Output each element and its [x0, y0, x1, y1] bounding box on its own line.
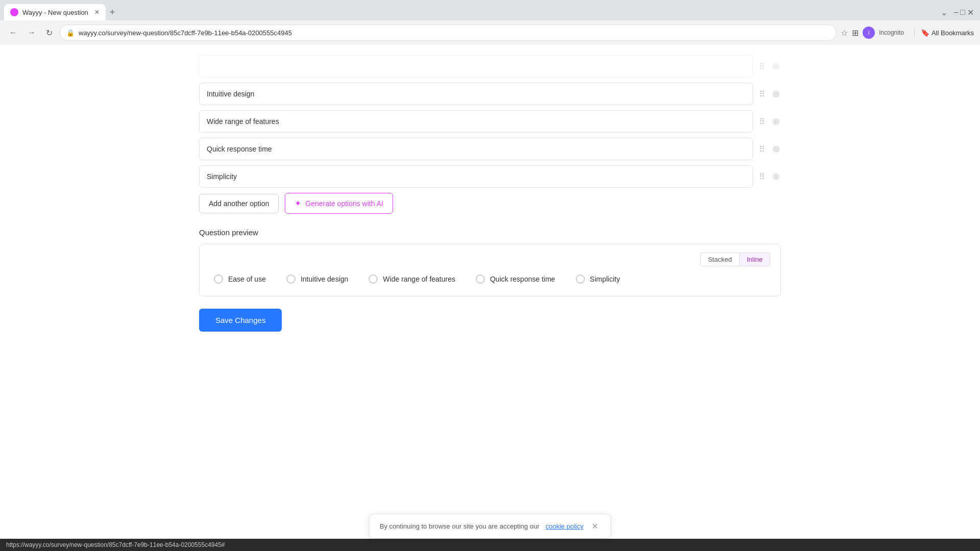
preview-label-simplicity: Simplicity: [590, 275, 620, 283]
preview-option-ease-of-use: Ease of use: [214, 274, 266, 284]
drag-handle-3[interactable]: ⠿: [757, 170, 767, 184]
remove-option-0[interactable]: ⊗: [771, 87, 781, 101]
preview-option-wide-range: Wide range of features: [369, 274, 455, 284]
browser-chrome: Wayyy - New question ✕ + ⌄ – □ ✕ ← → ↻ 🔒…: [0, 0, 980, 45]
option-row-intuitive-design: ⠿ ⊗: [199, 83, 781, 105]
bookmark-icon[interactable]: ☆: [841, 28, 848, 38]
forward-button[interactable]: →: [24, 26, 39, 39]
generate-options-label: Generate options with AI: [305, 199, 383, 208]
cookie-policy-link[interactable]: cookie policy: [546, 522, 583, 530]
option-input-simplicity[interactable]: [199, 165, 753, 188]
minimize-button[interactable]: –: [953, 8, 958, 17]
cookie-close-button[interactable]: ✕: [590, 521, 600, 531]
tab-close-button[interactable]: ✕: [94, 9, 100, 16]
preview-label-quick-response: Quick response time: [490, 275, 555, 283]
cookie-banner: By continuing to browse our site you are…: [369, 514, 611, 539]
main-container: ⠿ ⊗ ⠿ ⊗ ⠿ ⊗ ⠿ ⊗ ⠿ ⊗ Add another option: [199, 45, 781, 551]
active-tab[interactable]: Wayyy - New question ✕: [4, 4, 106, 20]
generate-options-button[interactable]: ✦ Generate options with AI: [285, 193, 393, 214]
option-input-quick-response[interactable]: [199, 138, 753, 160]
option-input-wide-range[interactable]: [199, 110, 753, 133]
add-option-row: Add another option ✦ Generate options wi…: [199, 193, 781, 214]
drag-handle-partial[interactable]: ⠿: [757, 60, 767, 73]
bookmarks-icon: 🔖: [921, 29, 929, 37]
view-toggle: Stacked Inline: [210, 253, 770, 266]
all-bookmarks-label: All Bookmarks: [932, 29, 974, 37]
option-row-wide-range: ⠿ ⊗: [199, 110, 781, 133]
preview-option-simplicity: Simplicity: [576, 274, 620, 284]
preview-options-list: Ease of use Intuitive design Wide range …: [210, 274, 770, 284]
option-input-partial[interactable]: [199, 55, 753, 78]
tab-list-button[interactable]: ⌄: [941, 8, 947, 17]
status-url: https://wayyy.co/survey/new-question/85c…: [6, 541, 225, 548]
option-row-quick-response: ⠿ ⊗: [199, 138, 781, 160]
radio-ease-of-use[interactable]: [214, 274, 223, 284]
radio-simplicity[interactable]: [576, 274, 585, 284]
remove-option-2[interactable]: ⊗: [771, 142, 781, 156]
bookmarks-bar-toggle: 🔖 All Bookmarks: [914, 29, 974, 37]
maximize-button[interactable]: □: [960, 8, 965, 17]
status-bar: https://wayyy.co/survey/new-question/85c…: [0, 539, 980, 551]
save-changes-button[interactable]: Save Changes: [199, 309, 282, 332]
page-content: ⠿ ⊗ ⠿ ⊗ ⠿ ⊗ ⠿ ⊗ ⠿ ⊗ Add another option: [0, 45, 980, 551]
radio-wide-range[interactable]: [369, 274, 378, 284]
remove-option-3[interactable]: ⊗: [771, 170, 781, 183]
preview-label-wide-range: Wide range of features: [383, 275, 455, 283]
cookie-message: By continuing to browse our site you are…: [380, 522, 540, 530]
preview-label-ease-of-use: Ease of use: [228, 275, 266, 283]
tab-bar: Wayyy - New question ✕ + ⌄ – □ ✕: [0, 0, 980, 20]
add-option-button[interactable]: Add another option: [199, 194, 279, 213]
back-button[interactable]: ←: [6, 26, 20, 39]
extensions-icon[interactable]: ⊞: [852, 28, 859, 38]
nav-bar: ← → ↻ 🔒 wayyy.co/survey/new-question/85c…: [0, 20, 980, 45]
preview-option-intuitive-design: Intuitive design: [286, 274, 348, 284]
preview-box: Stacked Inline Ease of use Intuitive des…: [199, 244, 781, 296]
inline-view-button[interactable]: Inline: [739, 253, 770, 266]
lock-icon: 🔒: [66, 29, 75, 37]
refresh-button[interactable]: ↻: [43, 26, 56, 40]
close-window-button[interactable]: ✕: [967, 8, 974, 17]
new-tab-button[interactable]: +: [106, 7, 119, 18]
preview-option-quick-response: Quick response time: [476, 274, 555, 284]
option-row-partial: ⠿ ⊗: [199, 55, 781, 78]
tab-favicon: [10, 8, 18, 16]
sparkle-icon: ✦: [295, 198, 301, 208]
profile-avatar[interactable]: I: [863, 27, 875, 39]
drag-handle-0[interactable]: ⠿: [757, 87, 767, 101]
option-row-simplicity: ⠿ ⊗: [199, 165, 781, 188]
stacked-view-button[interactable]: Stacked: [700, 253, 739, 266]
radio-quick-response[interactable]: [476, 274, 485, 284]
question-preview-section: Question preview Stacked Inline Ease of …: [199, 228, 781, 296]
address-bar[interactable]: 🔒 wayyy.co/survey/new-question/85c7dcff-…: [60, 24, 837, 41]
extensions-area: ⊞: [852, 28, 859, 38]
drag-handle-2[interactable]: ⠿: [757, 142, 767, 156]
drag-handle-1[interactable]: ⠿: [757, 115, 767, 129]
preview-label-intuitive-design: Intuitive design: [301, 275, 348, 283]
incognito-label: Incognito: [879, 29, 904, 36]
url-text: wayyy.co/survey/new-question/85c7dcff-7e…: [79, 29, 292, 37]
option-input-intuitive-design[interactable]: [199, 83, 753, 105]
tab-title: Wayyy - New question: [22, 9, 88, 16]
radio-intuitive-design[interactable]: [286, 274, 296, 284]
remove-option-1[interactable]: ⊗: [771, 115, 781, 128]
remove-option-partial[interactable]: ⊗: [771, 60, 781, 73]
preview-section-label: Question preview: [199, 228, 781, 237]
